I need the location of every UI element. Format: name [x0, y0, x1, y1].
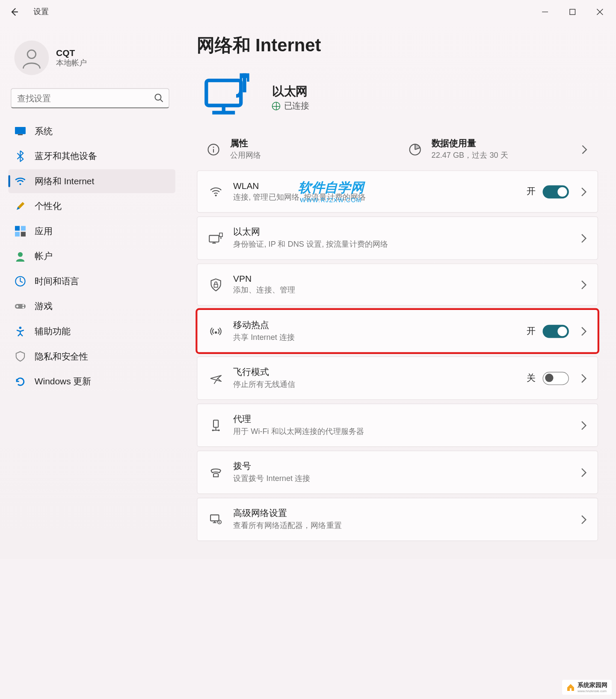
status-name: 以太网	[272, 83, 309, 99]
nav-accessibility[interactable]: 辅助功能	[9, 319, 175, 343]
chevron-right-icon	[578, 373, 589, 383]
account-icon	[14, 250, 26, 262]
chevron-right-icon	[579, 144, 590, 155]
svg-point-42	[218, 429, 220, 431]
svg-point-41	[212, 429, 214, 431]
setting-vpn[interactable]: VPN 添加、连接、管理	[197, 263, 598, 306]
svg-point-4	[27, 50, 36, 59]
svg-point-17	[22, 304, 24, 306]
svg-point-5	[155, 94, 161, 100]
close-button[interactable]	[586, 0, 613, 24]
nav-label: 辅助功能	[35, 326, 71, 337]
svg-point-30	[215, 194, 217, 196]
wlan-toggle[interactable]	[543, 185, 569, 198]
tile-title: 属性	[230, 138, 388, 149]
item-subtitle: 身份验证, IP 和 DNS 设置, 按流量计费的网络	[233, 239, 569, 250]
svg-rect-13	[21, 232, 26, 236]
airplane-icon	[208, 370, 224, 386]
item-title: VPN	[233, 274, 569, 284]
nav-label: 帐户	[35, 251, 53, 262]
maximize-icon	[569, 9, 576, 16]
nav-privacy[interactable]: 隐私和安全性	[9, 345, 175, 369]
setting-advanced[interactable]: 高级网络设置 查看所有网络适配器，网络重置	[197, 498, 598, 541]
avatar	[14, 41, 49, 75]
setting-hotspot[interactable]: 移动热点 共享 Internet 连接 开	[197, 309, 598, 353]
minimize-icon	[542, 9, 549, 16]
nav-gaming[interactable]: 游戏	[9, 295, 175, 319]
system-icon	[14, 125, 26, 137]
item-title: 代理	[233, 413, 569, 425]
back-button[interactable]	[3, 0, 27, 24]
shield-icon	[14, 351, 26, 363]
tile-properties[interactable]: 属性 公用网络	[199, 132, 395, 167]
nav-windows-update[interactable]: Windows 更新	[9, 369, 175, 393]
svg-rect-43	[210, 515, 219, 521]
nav-label: 时间和语言	[35, 276, 80, 287]
tile-data-usage[interactable]: 数据使用量 22.47 GB，过去 30 天	[400, 132, 596, 167]
brush-icon	[14, 200, 26, 212]
setting-proxy[interactable]: 代理 用于 Wi-Fi 和以太网连接的代理服务器	[197, 404, 598, 447]
svg-rect-38	[213, 420, 218, 427]
nav-network[interactable]: 网络和 Internet	[9, 169, 175, 193]
setting-dialup[interactable]: 拨号 设置拨号 Internet 连接	[197, 451, 598, 494]
chevron-right-icon	[578, 233, 589, 243]
chevron-right-icon	[578, 467, 589, 478]
item-title: 飞行模式	[233, 366, 517, 378]
toggle-label: 开	[527, 186, 536, 197]
search-input[interactable]	[11, 88, 169, 108]
item-title: 高级网络设置	[233, 508, 569, 519]
network-status: 以太网 已连接	[200, 68, 594, 126]
svg-point-37	[215, 331, 217, 333]
airplane-toggle[interactable]	[543, 372, 569, 385]
setting-ethernet[interactable]: 以太网 身份验证, IP 和 DNS 设置, 按流量计费的网络	[197, 216, 598, 260]
svg-point-25	[213, 146, 214, 147]
item-subtitle: 连接, 管理已知网络, 按流量计费的网络	[233, 192, 517, 203]
minimize-button[interactable]	[531, 0, 559, 24]
chevron-right-icon	[578, 514, 589, 525]
svg-point-14	[18, 252, 23, 257]
proxy-icon	[208, 417, 224, 433]
bluetooth-icon	[14, 150, 26, 162]
chevron-right-icon	[578, 279, 589, 290]
hotspot-toggle[interactable]	[543, 324, 569, 338]
nav-label: 游戏	[35, 301, 53, 312]
ethernet-large-icon	[200, 68, 258, 126]
maximize-button[interactable]	[559, 0, 586, 24]
status-state: 已连接	[284, 100, 309, 111]
setting-airplane[interactable]: 飞行模式 停止所有无线通信 关	[197, 357, 598, 400]
nav-personalization[interactable]: 个性化	[9, 194, 175, 218]
item-title: 以太网	[233, 227, 569, 238]
nav-time-language[interactable]: 时间和语言	[9, 269, 175, 293]
gamepad-icon	[14, 301, 26, 313]
svg-rect-8	[18, 134, 23, 136]
nav-accounts[interactable]: 帐户	[9, 245, 175, 268]
tile-title: 数据使用量	[432, 138, 571, 149]
nav-apps[interactable]: 应用	[9, 219, 175, 243]
setting-wlan[interactable]: WLAN 连接, 管理已知网络, 按流量计费的网络 开	[197, 171, 598, 213]
footer-watermark: 系统家园网 www.hnzknsle.com	[562, 680, 612, 695]
pie-icon	[406, 141, 423, 158]
item-title: WLAN	[233, 180, 517, 191]
search-icon	[154, 93, 163, 105]
svg-rect-12	[15, 232, 20, 236]
nav-label: 蓝牙和其他设备	[35, 150, 97, 162]
close-icon	[596, 9, 604, 16]
svg-line-6	[160, 100, 163, 102]
monitor-gear-icon	[208, 512, 224, 527]
chevron-right-icon	[578, 186, 589, 197]
nav-label: 隐私和安全性	[35, 351, 88, 362]
svg-point-19	[19, 327, 22, 329]
item-subtitle: 添加、连接、管理	[233, 285, 569, 295]
user-block[interactable]: CQT 本地帐户	[9, 30, 175, 88]
item-title: 移动热点	[233, 319, 517, 330]
ethernet-icon	[208, 230, 224, 246]
wifi-icon	[14, 175, 26, 187]
item-subtitle: 用于 Wi-Fi 和以太网连接的代理服务器	[233, 426, 569, 437]
svg-rect-10	[15, 226, 20, 230]
nav-system[interactable]: 系统	[9, 119, 175, 143]
phone-icon	[208, 465, 224, 480]
svg-rect-11	[21, 226, 26, 230]
nav-bluetooth[interactable]: 蓝牙和其他设备	[9, 144, 175, 168]
update-icon	[14, 375, 26, 387]
item-subtitle: 停止所有无线通信	[233, 379, 517, 390]
